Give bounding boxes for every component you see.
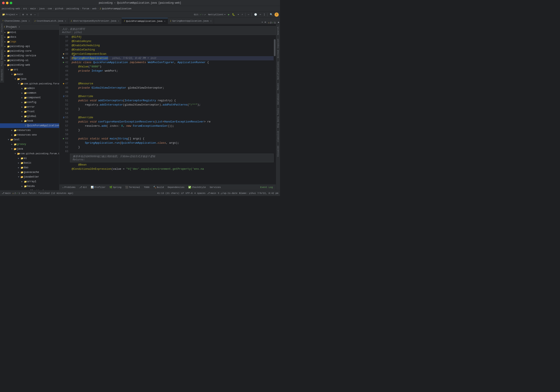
run-debug-gutter[interactable]: ▶ (63, 60, 64, 65)
sidebar-item-hook[interactable]: ▶ 📁 hook (0, 119, 59, 123)
code-line-56[interactable]: public void configureHandlerExceptionRes… (70, 120, 274, 124)
maximize-button[interactable] (10, 2, 12, 4)
git-branch-status[interactable]: ⎇ main (207, 192, 216, 195)
breadcrumb-item[interactable]: paicoding (67, 7, 79, 10)
run-main-gutter[interactable]: ▶ (63, 137, 64, 141)
auto-fetch-status[interactable]: Auto fetch: finished (12 minutes ago) (22, 192, 73, 195)
sidebar-item-global[interactable]: ▶ 📁 global (0, 114, 59, 119)
code-line-43[interactable]: @Value ( "8080" ) (70, 65, 274, 69)
run-btn[interactable]: ▶ (227, 13, 230, 16)
undo-btn[interactable]: ↩ (259, 13, 262, 16)
tab-close-btn[interactable]: ✕ (210, 20, 211, 22)
settings-btn[interactable]: ⚙ (30, 13, 33, 16)
sidebar-item-paicoding-ui[interactable]: ▶ 📁 paicoding-ui (0, 58, 59, 63)
code-line-40[interactable]: @ServletComponentScan (70, 52, 274, 56)
sidebar-item-paicoding-service[interactable]: ▶ 📁 paicoding-service (0, 53, 59, 58)
coverage-btn[interactable]: ☂ (237, 13, 240, 16)
sidebar-item-java-test[interactable]: ▼ 📂 java (0, 147, 59, 151)
code-line-49[interactable] (70, 90, 274, 94)
tab-quickforum[interactable]: J QuickForumApplication.java ✕ (122, 18, 168, 24)
sidebar-item-collection1[interactable]: ▶ 📁 collection1 (0, 189, 59, 190)
indent-setting[interactable]: 4 spaces (194, 192, 206, 195)
tab-problems[interactable]: ⚠ Problems (61, 185, 77, 190)
code-line-69[interactable]: @ConditionalOnExpression (value = "#{'de… (70, 167, 274, 171)
code-line-39[interactable]: @EnableCaching (70, 48, 274, 52)
tab-git[interactable]: ⎇ Git (78, 185, 89, 190)
sidebar-item-com-github[interactable]: ▼ 📂 com.github.paicoding.forum.web (0, 81, 59, 86)
sidebar-item-resources[interactable]: ▶ 📁 resources (0, 128, 59, 133)
tab-springboot[interactable]: J SpringBootApplication.java ✕ (168, 18, 214, 24)
tab-checkstyle[interactable]: ✅ CheckStyle (187, 185, 208, 190)
panel-big-data-tools[interactable]: Big Data Tools (276, 107, 280, 128)
close-button[interactable] (2, 2, 5, 4)
git-sync-status[interactable]: 5 △/up-to-date (218, 192, 237, 195)
code-line-61[interactable]: SpringApplication . run ( QuickForumAppl… (70, 141, 274, 145)
git-combo[interactable]: Git: ✓ ↑ ↗ (193, 13, 206, 16)
project-dropdown[interactable]: 📁 Project ▾ (1, 13, 19, 16)
sidebar-item-front[interactable]: ▶ 📁 front (0, 109, 59, 114)
tab-close-btn[interactable]: ✕ (164, 20, 165, 22)
sidebar-item-config[interactable]: ▶ 📁 config (0, 100, 59, 105)
panel-classlib[interactable]: classlib (276, 130, 280, 143)
sidebar-item-javabetter[interactable]: ▼ 📂 javabetter (0, 175, 59, 179)
code-line-41[interactable]: @SpringBootApplication yihui, 7/6/22, 8:… (70, 56, 274, 60)
code-line-57[interactable]: resolvers. add ( index: 0 , new ForumExc… (70, 124, 274, 128)
tab-spring[interactable]: 🌿 Spring (108, 185, 123, 190)
left-icon-pull-requests[interactable]: Pull Requests (0, 49, 4, 67)
panel-maven[interactable]: Maven (276, 82, 280, 91)
user-avatar[interactable]: Y (274, 12, 279, 17)
sidebar-item-src[interactable]: ▼ 📂 src (0, 67, 59, 72)
code-line-60[interactable]: public static void main ( String [] args… (70, 137, 274, 141)
sidebar-item-java[interactable]: ▼ 📂 java (0, 77, 59, 81)
more-btn[interactable]: ⋯ (247, 13, 250, 16)
sidebar-item-basic[interactable]: ▶ 📁 basic (0, 161, 59, 165)
code-line-42[interactable]: public class QuickForumApplication imple… (70, 60, 274, 65)
warnings-indicator[interactable]: ⚠ 2 ✓ 1 (267, 21, 277, 24)
sidebar-item-common[interactable]: ▶ 📁 common (0, 91, 59, 95)
tab-terminal[interactable]: ⬛ Terminal (124, 185, 142, 190)
tab-overflow-btn[interactable]: ▾ (261, 20, 264, 24)
breadcrumb-item[interactable]: paicoding-web (2, 7, 20, 10)
tab-close-btn[interactable]: ✕ (29, 20, 30, 22)
breadcrumb-item[interactable]: java (39, 7, 44, 10)
tab-abstractqueued[interactable]: J AbstractQueuedSynchronizer.java ✕ (69, 18, 122, 24)
code-line-62[interactable]: } (70, 145, 274, 149)
translate-btn[interactable]: ⟆ (263, 13, 266, 16)
breadcrumb-item[interactable]: src (23, 7, 27, 10)
code-line-58[interactable]: } (70, 128, 274, 132)
sidebar-item-guavacache[interactable]: ▶ 📁 guavacache (0, 170, 59, 175)
sidebar-item-groovy[interactable]: ▶ 📁 groovy (0, 142, 59, 147)
debug-btn[interactable]: 🐛 (231, 13, 236, 16)
tab-profiler[interactable]: 📊 Profiler (89, 185, 107, 190)
sidebar-item-error[interactable]: ▶ 📁 error (0, 105, 59, 109)
tab-build[interactable]: 🔨 Build (151, 185, 166, 190)
code-container[interactable]: 入口，直接运行即可 Author: yihui 36 37 38 39 ● 40 (59, 24, 276, 184)
blame-status[interactable]: Blame: yihui 7/6/22, 8:42 pm (239, 192, 278, 195)
code-line-45[interactable] (70, 73, 274, 77)
sidebar-item-array1[interactable]: ▶ 📁 array1 (0, 179, 59, 184)
sidebar-item-paicoding-api[interactable]: ▶ 📁 paicoding-api (0, 44, 59, 49)
sidebar-item-docs[interactable]: ▶ 📁 docs (0, 35, 59, 39)
tab-close-btn[interactable]: ✕ (65, 20, 66, 22)
warning-status[interactable]: ⚠ 2 ✓ 1 (12, 192, 20, 195)
minimize-panel-btn[interactable]: — (33, 13, 37, 16)
sidebar-item-main[interactable]: ▼ 📂 main (0, 72, 59, 77)
code-line-51[interactable]: public void addInterceptors ( Intercepto… (70, 98, 274, 103)
encoding[interactable]: UTF-8 (185, 192, 192, 195)
tab-close-btn[interactable]: ✕ (118, 20, 119, 22)
code-line-38[interactable]: @EnableScheduling (70, 43, 274, 48)
minimize-button[interactable] (6, 2, 9, 4)
line-ending[interactable]: LF (181, 192, 184, 195)
code-line-48[interactable]: private GlobalViewInterceptor globalView… (70, 86, 274, 90)
code-line-36[interactable]: @Slf4j (70, 35, 274, 39)
tab-channeldemo[interactable]: J ChannelDemo.java ✕ (0, 18, 32, 24)
sidebar-item-paicoding-web[interactable]: ▼ 📂 paicoding-web (0, 63, 59, 67)
code-line-44[interactable]: private Integer webPort; (70, 69, 274, 73)
sidebar-item-ai[interactable]: ▶ 📁 ai (0, 156, 59, 161)
code-line-54[interactable] (70, 111, 274, 116)
code-line-46[interactable] (70, 77, 274, 82)
code-line-55[interactable]: @Override (70, 116, 274, 120)
netty-client-btn[interactable]: NettyClient ▾ (207, 13, 226, 16)
code-lines[interactable]: @Slf4j @EnableAsync @EnableScheduling @E… (70, 35, 274, 171)
sidebar-item-resources-env[interactable]: ▶ 📁 resources-env (0, 133, 59, 137)
